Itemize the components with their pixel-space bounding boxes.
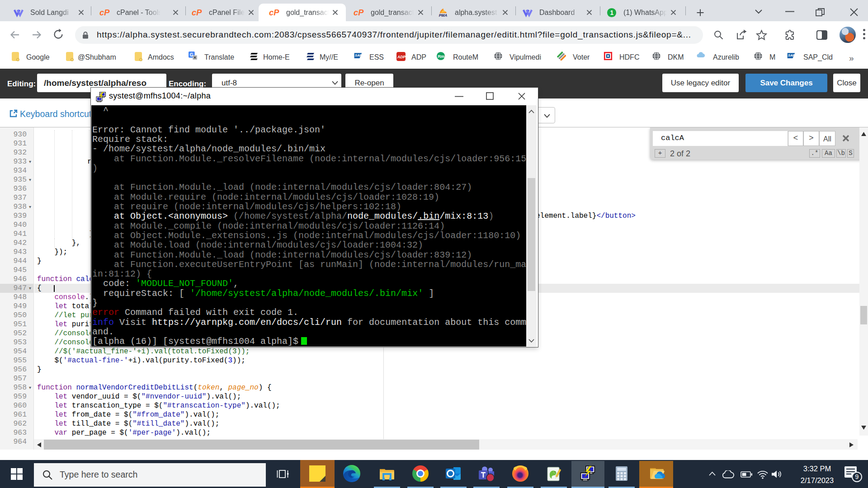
svg-text:cP: cP: [354, 8, 364, 17]
svg-text:cP: cP: [269, 8, 279, 17]
svg-text:ADP: ADP: [397, 55, 406, 59]
svg-text:SAP: SAP: [788, 53, 795, 57]
svg-text:cP: cP: [99, 8, 110, 17]
svg-text:SAP: SAP: [355, 53, 362, 57]
svg-text:PMA: PMA: [439, 14, 447, 18]
svg-text:cP: cP: [192, 8, 202, 17]
svg-text:1: 1: [610, 9, 614, 16]
svg-text:Rm: Rm: [438, 54, 444, 59]
